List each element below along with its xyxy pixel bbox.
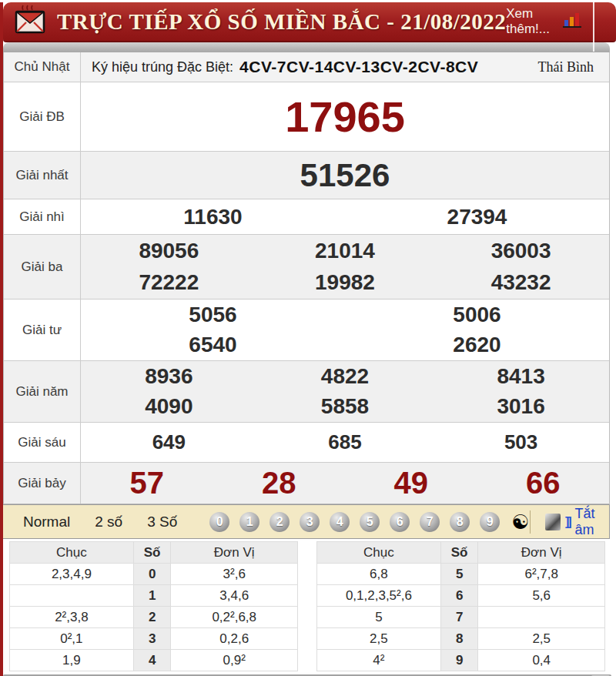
tens-cell: 2,5 (317, 628, 441, 650)
tab-normal[interactable]: Normal (11, 514, 82, 530)
tens-cell: 4² (317, 650, 441, 671)
prize-row-fifth: Giải năm 8936 4822 8413 4090 5858 3016 (4, 360, 609, 422)
stats-header-row: Chục Số Đơn Vị (317, 542, 605, 564)
stats-row: 2²,3,8 2 0,2²,6,8 (10, 607, 298, 628)
stats-table-right: Chục Số Đơn Vị 6,8 5 6²,7,8 0,1,2,3,5²,6… (316, 541, 605, 671)
col-header-units: Đơn Vị (171, 542, 298, 564)
col-header-digit: Số (440, 542, 478, 564)
units-cell: 5,6 (478, 585, 605, 607)
tens-cell: 2,3,4,9 (10, 564, 134, 585)
mute-button[interactable]: ]] Tắt âm (530, 506, 604, 538)
prize-number: 21014 (257, 236, 434, 266)
digit-ball-2[interactable]: 2 (270, 512, 290, 532)
header-gray-strip (3, 42, 610, 52)
envelope-icon (14, 5, 46, 38)
digit-cell: 2 (133, 607, 171, 628)
prize-number: 89056 (81, 236, 257, 266)
digit-cell: 5 (440, 564, 478, 585)
prize-number: 49 (345, 466, 477, 500)
digit-ball-group: 0 1 2 3 4 5 6 7 8 9 ☯ (209, 512, 529, 532)
digit-ball-8[interactable]: 8 (450, 512, 470, 532)
tab-2so[interactable]: 2 số (82, 514, 135, 530)
prize-number: 649 (81, 430, 257, 454)
prize-number: 503 (433, 430, 609, 454)
toolbar: Normal 2 số 3 Số 0 1 2 3 4 5 6 7 8 9 ☯ ]… (3, 504, 610, 539)
header-bar: TRỰC TIẾP XỔ SỐ MIỀN BẮC - 21/08/2022 Xe… (3, 2, 616, 42)
stats-row: 5 7 (317, 607, 605, 628)
prize-row-sixth: Giải sáu 649 685 503 (4, 422, 609, 462)
bar-chart-icon[interactable] (562, 11, 582, 32)
prize-label: Giải năm (4, 361, 81, 422)
lottery-results-page: TRỰC TIẾP XỔ SỐ MIỀN BẮC - 21/08/2022 Xe… (0, 2, 616, 676)
prize-number: 28 (213, 466, 346, 500)
prize-number: 5006 (345, 300, 609, 330)
units-cell: 3²,6 (171, 564, 298, 585)
prize-number: 2620 (345, 330, 609, 360)
prize-row-special: Giải ĐB 17965 (4, 82, 609, 151)
sound-wave-icon: ]] (565, 515, 571, 529)
digit-ball-6[interactable]: 6 (390, 512, 410, 532)
stats-row: 0,1,2,3,5²,6 6 5,6 (317, 585, 605, 607)
digit-ball-4[interactable]: 4 (330, 512, 350, 532)
prize-number: 685 (257, 430, 434, 454)
digit-ball-3[interactable]: 3 (300, 512, 320, 532)
col-header-tens: Chục (317, 542, 441, 564)
mute-label: Tắt âm (575, 506, 604, 538)
prize-number: 6540 (81, 330, 345, 360)
stats-row: 2,3,4,9 0 3²,6 (10, 564, 298, 585)
prize-row-second: Giải nhì 11630 27394 (4, 199, 609, 234)
prize-number: 4822 (257, 362, 434, 391)
digit-ball-0[interactable]: 0 (209, 512, 229, 532)
units-cell: 2,5 (478, 628, 605, 650)
units-cell: 0,2,6 (171, 628, 298, 650)
digit-cell: 8 (440, 628, 478, 650)
digit-cell: 6 (440, 585, 478, 607)
units-cell (478, 607, 605, 628)
digit-ball-1[interactable]: 1 (239, 512, 259, 532)
stats-row: 1 3,4,6 (10, 585, 298, 607)
prize-number: 11630 (81, 205, 345, 229)
prize-number: 66 (477, 466, 610, 500)
weekday-label: Chủ Nhật (4, 52, 81, 82)
tens-cell: 6,8 (317, 564, 441, 585)
digit-ball-7[interactable]: 7 (420, 512, 440, 532)
prize-label: Giải ĐB (4, 82, 81, 151)
prize-number: 5858 (257, 392, 434, 421)
table-row-header: Chủ Nhật Ký hiệu trúng Đặc Biệt: 4CV-7CV… (4, 52, 609, 82)
digit-cell: 0 (133, 564, 171, 585)
results-table: Chủ Nhật Ký hiệu trúng Đặc Biệt: 4CV-7CV… (3, 52, 610, 504)
units-cell: 3,4,6 (171, 585, 298, 607)
stats-row: 6,8 5 6²,7,8 (317, 564, 605, 585)
units-cell: 6²,7,8 (478, 564, 605, 585)
digit-ball-5[interactable]: 5 (360, 512, 380, 532)
prize-number: 8413 (433, 362, 609, 391)
stats-row: 1,9 4 0,9² (10, 650, 298, 671)
tab-3so[interactable]: 3 Số (135, 514, 189, 530)
digit-cell: 4 (133, 650, 171, 671)
prize-label: Giải ba (4, 235, 81, 299)
prize-number: 36003 (433, 236, 609, 266)
units-cell: 0,2²,6,8 (171, 607, 298, 628)
digit-cell: 3 (133, 628, 171, 650)
prize-number: 57 (81, 466, 213, 500)
prize-number: 51526 (81, 157, 609, 194)
province-name: Thái Bình (538, 59, 599, 75)
stats-header-row: Chục Số Đơn Vị (10, 542, 298, 564)
toolbar-separator (530, 510, 531, 534)
prize-row-third: Giải ba 89056 21014 36003 72222 19982 43… (4, 234, 609, 299)
digit-cell: 7 (440, 607, 478, 628)
prize-number: 17965 (81, 92, 609, 142)
prize-number: 27394 (345, 205, 609, 229)
prize-label: Giải nhì (4, 199, 81, 234)
prize-number: 43232 (433, 267, 609, 298)
yin-yang-icon[interactable]: ☯ (511, 512, 529, 532)
prize-label: Giải sáu (4, 423, 81, 462)
special-sign-value: 4CV-7CV-14CV-13CV-2CV-8CV (239, 58, 478, 76)
digit-cell: 9 (440, 650, 478, 671)
digit-ball-9[interactable]: 9 (480, 512, 500, 532)
see-more-link[interactable]: Xem thêm!... (506, 6, 556, 37)
col-header-units: Đơn Vị (478, 542, 605, 564)
prize-number: 19982 (257, 267, 434, 298)
prize-number: 3016 (433, 392, 609, 421)
prize-number: 4090 (81, 392, 257, 421)
